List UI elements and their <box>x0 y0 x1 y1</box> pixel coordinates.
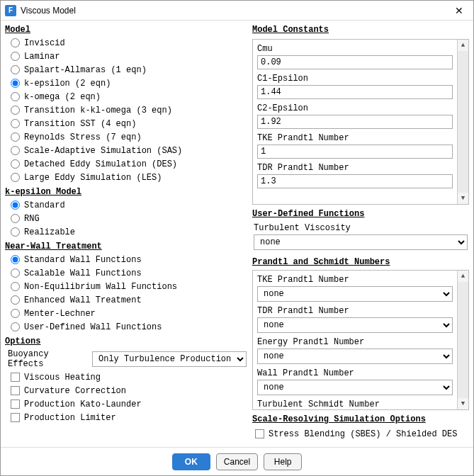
prsc-label: Turbulent Schmidt Number <box>257 400 453 409</box>
buoyancy-label: Buoyancy Effects <box>8 349 89 369</box>
help-button[interactable]: Help <box>264 453 302 470</box>
nearwall-option-label[interactable]: Menter-Lechner <box>24 309 96 319</box>
near-wall-group: Near-Wall Treatment Standard Wall Functi… <box>5 242 249 334</box>
constant-input[interactable] <box>257 144 453 159</box>
nearwall-option-radio[interactable] <box>11 282 20 291</box>
scroll-up-icon[interactable]: ▲ <box>458 40 468 51</box>
prsc-select[interactable]: none <box>257 317 453 333</box>
model-option-label[interactable]: Detached Eddy Simulation (DES) <box>24 159 177 169</box>
ke-option-radio[interactable] <box>11 214 20 223</box>
prsc-select[interactable]: none <box>257 380 453 395</box>
nearwall-option-radio[interactable] <box>11 309 20 318</box>
constants-scrollbar[interactable]: ▲ ▼ <box>457 40 468 204</box>
model-title: Model <box>5 25 249 35</box>
prsc-body: TKE Prandtl NumbernoneTDR Prandtl Number… <box>253 271 457 409</box>
model-option-row: k-epsilon (2 eqn) <box>11 76 249 90</box>
nearwall-option-radio[interactable] <box>11 322 20 332</box>
option-check-label[interactable]: Curvature Correction <box>24 386 126 396</box>
option-checkbox[interactable] <box>11 400 20 409</box>
model-option-label[interactable]: Laminar <box>24 52 60 62</box>
scroll-track[interactable] <box>458 282 468 398</box>
constant-input[interactable] <box>257 174 453 188</box>
prsc-panel: TKE Prandtl NumbernoneTDR Prandtl Number… <box>252 270 469 410</box>
ke-option-radio[interactable] <box>11 227 20 237</box>
model-option-label[interactable]: Transition k-kl-omega (3 eqn) <box>24 106 172 115</box>
model-option-label[interactable]: Scale-Adaptive Simulation (SAS) <box>24 146 182 156</box>
nearwall-option-label[interactable]: Non-Equilibrium Wall Functions <box>24 282 177 292</box>
option-check-label[interactable]: Viscous Heating <box>24 373 101 382</box>
model-option-label[interactable]: Transition SST (4 eqn) <box>24 119 136 129</box>
model-option-radio[interactable] <box>11 92 20 101</box>
footer: OK Cancel Help <box>1 447 473 475</box>
udf-title: User-Defined Functions <box>252 209 469 219</box>
model-option-radio[interactable] <box>11 106 20 115</box>
nearwall-option-label[interactable]: User-Defined Wall Functions <box>24 322 162 332</box>
model-option-row: Transition k-kl-omega (3 eqn) <box>11 103 249 117</box>
ke-option-label[interactable]: RNG <box>24 214 40 224</box>
close-icon[interactable]: ✕ <box>449 3 469 18</box>
model-option-label[interactable]: k-epsilon (2 eqn) <box>24 79 111 89</box>
constant-label: Cmu <box>257 44 453 54</box>
prsc-label: TKE Prandtl Number <box>257 275 453 285</box>
model-option-row: Spalart-Allmaras (1 eqn) <box>11 63 249 76</box>
constant-input[interactable] <box>257 85 453 99</box>
model-option-label[interactable]: Large Eddy Simulation (LES) <box>24 173 162 183</box>
turb-visc-label: Turbulent Viscosity <box>254 223 468 233</box>
option-checkbox[interactable] <box>11 373 20 382</box>
ke-option-row: Standard <box>11 198 249 212</box>
model-option-radio[interactable] <box>11 52 20 61</box>
ke-option-radio[interactable] <box>11 200 20 210</box>
option-checkbox[interactable] <box>11 413 20 422</box>
constant-label: C2-Epsilon <box>257 103 453 113</box>
model-option-radio[interactable] <box>11 79 20 88</box>
ke-option-label[interactable]: Realizable <box>24 227 75 237</box>
constant-input[interactable] <box>257 55 453 69</box>
model-option-radio[interactable] <box>11 173 20 182</box>
model-option-label[interactable]: Reynolds Stress (7 eqn) <box>24 132 142 142</box>
ok-button[interactable]: OK <box>172 453 210 470</box>
ke-option-label[interactable]: Standard <box>24 200 65 210</box>
content: Model InviscidLaminarSpalart-Allmaras (1… <box>1 21 473 447</box>
scroll-down-icon[interactable]: ▼ <box>458 398 468 409</box>
option-checkbox[interactable] <box>11 386 20 395</box>
nearwall-option-label[interactable]: Standard Wall Functions <box>24 255 142 265</box>
model-option-label[interactable]: Spalart-Allmaras (1 eqn) <box>24 65 147 75</box>
option-check-row: Production Kato-Launder <box>11 397 249 411</box>
option-check-label[interactable]: Production Limiter <box>24 413 116 423</box>
cancel-button[interactable]: Cancel <box>216 453 258 470</box>
nearwall-option-radio[interactable] <box>11 255 20 264</box>
model-option-radio[interactable] <box>11 146 20 155</box>
prsc-select[interactable]: none <box>257 286 453 302</box>
nearwall-option-row: Non-Equilibrium Wall Functions <box>11 280 249 293</box>
model-option-radio[interactable] <box>11 65 20 74</box>
left-column: Model InviscidLaminarSpalart-Allmaras (1… <box>5 25 249 443</box>
buoyancy-select[interactable]: Only Turbulence Production <box>92 351 247 367</box>
model-option-radio[interactable] <box>11 132 20 142</box>
model-option-label[interactable]: k-omega (2 eqn) <box>24 92 101 102</box>
nearwall-option-radio[interactable] <box>11 268 20 278</box>
nearwall-option-label[interactable]: Enhanced Wall Treatment <box>24 295 142 305</box>
prsc-select[interactable]: none <box>257 348 453 364</box>
option-check-label[interactable]: Production Kato-Launder <box>24 400 142 409</box>
constant-label: C1-Epsilon <box>257 74 453 84</box>
scroll-track[interactable] <box>458 51 468 193</box>
constants-panel: CmuC1-EpsilonC2-EpsilonTKE Prandtl Numbe… <box>252 39 469 205</box>
model-option-radio[interactable] <box>11 38 20 47</box>
turb-visc-select[interactable]: none <box>254 234 468 250</box>
prsc-scrollbar[interactable]: ▲ ▼ <box>457 271 468 409</box>
scroll-down-icon[interactable]: ▼ <box>458 193 468 204</box>
constant-input[interactable] <box>257 115 453 129</box>
model-option-radio[interactable] <box>11 119 20 128</box>
model-option-row: Inviscid <box>11 36 249 50</box>
near-wall-title: Near-Wall Treatment <box>5 242 249 251</box>
option-check-row: Viscous Heating <box>11 370 249 384</box>
nearwall-option-label[interactable]: Scalable Wall Functions <box>24 268 142 278</box>
titlebar: F Viscous Model ✕ <box>1 1 473 21</box>
nearwall-option-row: Standard Wall Functions <box>11 253 249 266</box>
srso-checkbox[interactable] <box>255 429 264 438</box>
model-option-label[interactable]: Inviscid <box>24 38 65 48</box>
model-option-radio[interactable] <box>11 159 20 169</box>
nearwall-option-radio[interactable] <box>11 295 20 305</box>
app-icon: F <box>5 5 16 16</box>
scroll-up-icon[interactable]: ▲ <box>458 271 468 282</box>
